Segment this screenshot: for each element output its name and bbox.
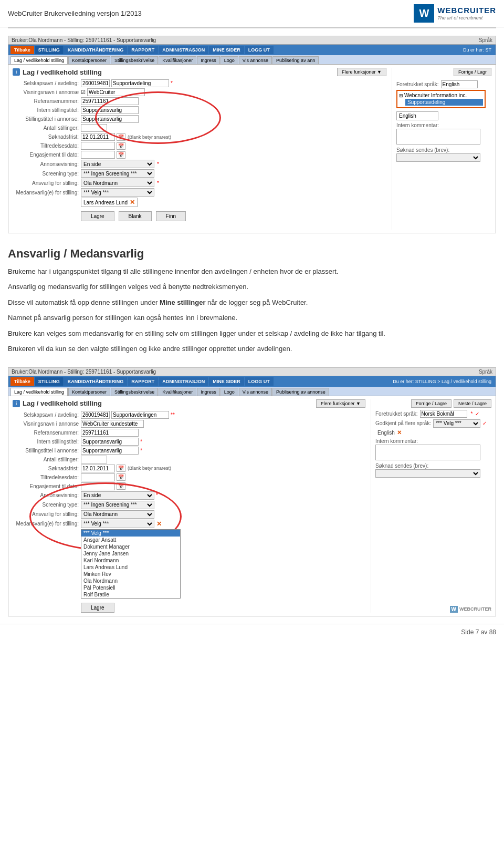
- tab-vis-annonse[interactable]: Vis annonse: [239, 56, 272, 64]
- s2-mehr-funksjoner-btn[interactable]: Flere funksjoner ▼: [316, 399, 365, 408]
- s2-screen-dropdown[interactable]: *** Ingen Screening ***: [81, 501, 154, 509]
- s1-soknad-val[interactable]: [81, 133, 115, 141]
- s2-tab-publisering[interactable]: Publisering av annonse: [272, 388, 329, 396]
- s2-selskaps-id[interactable]: [81, 411, 110, 419]
- s2-tab-kontaktpersoner[interactable]: Kontaktpersoner: [68, 388, 110, 396]
- s2-english-remove[interactable]: ✕: [397, 429, 402, 436]
- s1-finn-btn[interactable]: Finn: [156, 211, 186, 221]
- s2-nav-admin[interactable]: ADMINISTRASJON: [159, 377, 208, 386]
- s2-nav-kandidat[interactable]: KANDIDATHÅNDTERING: [64, 377, 127, 386]
- s2-tab-ingress[interactable]: Ingress: [197, 388, 220, 396]
- s2-dropdown-pal[interactable]: Pål Potensiell: [81, 584, 180, 591]
- s2-ansvarlig-dropdown[interactable]: Ola Nordmann: [81, 510, 154, 519]
- calendar-icon[interactable]: 📅: [117, 133, 125, 141]
- s1-blank-btn[interactable]: Blank: [119, 211, 152, 221]
- popup-item-support[interactable]: Supportavdeling: [405, 99, 483, 106]
- popup-item-webcruiter[interactable]: Webcruiter Information inc.: [404, 92, 467, 98]
- s2-neste-btn[interactable]: Neste / Lagre: [454, 399, 491, 408]
- s1-visning-val[interactable]: [87, 88, 145, 96]
- s1-foretrukket-input[interactable]: [441, 80, 478, 88]
- s2-tab-kvalifikasjoner[interactable]: Kvalifikasjoner: [159, 388, 196, 396]
- s2-tab-vis-annonse[interactable]: Vis annonse: [239, 388, 272, 396]
- s2-soknad-brev-dropdown[interactable]: [375, 469, 480, 478]
- tab-ingress[interactable]: Ingress: [197, 56, 220, 64]
- s2-tiltr-val[interactable]: [81, 473, 115, 481]
- s2-dropdown-rolf[interactable]: Rolf Bratlie: [81, 591, 180, 598]
- s2-intern-val[interactable]: [81, 438, 139, 446]
- s1-medansvarlig-label: Medansvarlig(e) for stilling:: [13, 190, 81, 195]
- s2-calendar-icon2[interactable]: 📅: [117, 473, 125, 481]
- s2-calendar-icon[interactable]: 📅: [117, 465, 125, 472]
- nav-rapport[interactable]: RAPPORT: [128, 46, 158, 54]
- s2-medansvarlig-dropdown[interactable]: *** Velg ***: [81, 520, 154, 528]
- tab-stillingsbeskrivelse[interactable]: Stillingsbeskrivelse: [111, 56, 158, 64]
- tab-publisering[interactable]: Publisering av ann: [272, 56, 319, 64]
- s1-lagre-btn[interactable]: Lagre: [81, 211, 114, 221]
- s1-selskaps-val[interactable]: [111, 79, 169, 87]
- tab-kontaktpersoner[interactable]: Kontaktpersoner: [68, 56, 110, 64]
- s1-name-tag-remove[interactable]: ✕: [130, 199, 135, 206]
- nav-tilbake[interactable]: Tilbake: [10, 46, 34, 54]
- nav-logg-ut[interactable]: LOGG UT: [245, 46, 274, 54]
- s2-annon-dropdown[interactable]: En side: [81, 491, 154, 500]
- s2-dropdown-ola[interactable]: Ola Nordmann: [81, 578, 180, 584]
- tab-logo[interactable]: Logo: [220, 56, 238, 64]
- s1-medansvarlig-dropdown[interactable]: *** Velg ***: [81, 188, 154, 197]
- s2-soknad-val[interactable]: [81, 465, 115, 472]
- s2-eng-val[interactable]: [81, 482, 115, 490]
- s2-nav-stilling[interactable]: STILLING: [35, 377, 64, 386]
- s2-stilling-annonse-val[interactable]: [81, 447, 139, 455]
- nav-admin[interactable]: ADMINISTRASJON: [159, 46, 208, 54]
- s1-lang-english[interactable]: English: [397, 112, 438, 120]
- s2-tab-logo[interactable]: Logo: [220, 388, 238, 396]
- tab-kvalifikasjoner[interactable]: Kvalifikasjoner: [159, 56, 196, 64]
- s2-dropdown-minken[interactable]: Minken Rev: [81, 571, 180, 578]
- s2-dropdown-ansgar[interactable]: Ansgar Ansatt: [81, 537, 180, 543]
- calendar-icon3[interactable]: 📅: [117, 151, 125, 159]
- nav-mine-sider[interactable]: MINE SIDER: [209, 46, 244, 54]
- mehr-funksjoner-btn[interactable]: Flere funksjoner ▼: [337, 68, 386, 76]
- s2-tab-stillingsbeskrivelse[interactable]: Stillingsbeskrivelse: [111, 388, 158, 396]
- s1-selskaps-id[interactable]: [81, 79, 110, 87]
- s1-intern-val[interactable]: [81, 106, 139, 114]
- s1-soknad-brev-dropdown[interactable]: [396, 153, 480, 162]
- s2-nav-rapport[interactable]: RAPPORT: [128, 377, 158, 386]
- s2-english-text[interactable]: English: [377, 430, 395, 436]
- nav-kandidat[interactable]: KANDIDATHÅNDTERING: [64, 46, 127, 54]
- s2-ref-val[interactable]: [81, 429, 139, 437]
- s1-intern-kommentar-input[interactable]: [396, 129, 480, 145]
- main-heading: Ansvarlig / Medansvarlig: [8, 247, 496, 261]
- s1-screen-dropdown[interactable]: *** Ingen Screening ***: [81, 169, 154, 178]
- s2-dropdown-dokument[interactable]: Dokument Manager: [81, 543, 180, 550]
- s2-intern-kommentar-input[interactable]: [375, 445, 480, 460]
- s2-godkjent-dropdown[interactable]: *** Velg ***: [433, 419, 480, 428]
- s1-antall-val[interactable]: [81, 124, 107, 132]
- s2-medansvarlig-x[interactable]: ✕: [156, 520, 162, 528]
- s2-lagre-btn[interactable]: Lagre: [81, 603, 114, 613]
- s2-nav-logg-ut[interactable]: LOGG UT: [245, 377, 274, 386]
- s2-foretrukket-input[interactable]: [420, 410, 467, 418]
- calendar-icon2[interactable]: 📅: [117, 142, 125, 150]
- s1-ref-val[interactable]: [81, 97, 139, 105]
- s1-ansvarlig-dropdown[interactable]: Ola Nordmann: [81, 179, 154, 187]
- s1-tiltr-val[interactable]: [81, 142, 115, 150]
- s2-forrige-btn[interactable]: Forrige / Lagre: [411, 399, 452, 408]
- s1-annon-dropdown[interactable]: En side: [81, 160, 154, 168]
- s2-selskaps-val[interactable]: [111, 411, 169, 419]
- nav-stilling[interactable]: STILLING: [35, 46, 64, 54]
- s2-dropdown-jenny[interactable]: Jenny Jane Jansen: [81, 550, 180, 557]
- s1-forrige-btn[interactable]: Forrige / Lagr: [454, 68, 491, 76]
- s1-stilling-annonse-val[interactable]: [81, 115, 139, 123]
- s2-visning-val[interactable]: [81, 420, 144, 428]
- s2-dropdown-velg[interactable]: *** Velg ***: [81, 530, 180, 537]
- tab-lag-vedlikehold[interactable]: Lag / vedlikehold stilling: [10, 56, 68, 64]
- s2-nav-mine-sider[interactable]: MINE SIDER: [209, 377, 244, 386]
- s2-calendar-icon3[interactable]: 📅: [117, 482, 125, 490]
- s2-tab-lag-vedlikehold[interactable]: Lag / vedlikehold stilling: [10, 388, 68, 396]
- s1-eng-val[interactable]: [81, 151, 115, 159]
- s2-antall-val[interactable]: [81, 456, 107, 463]
- s1-annon-label: Annonsevisning:: [13, 161, 81, 167]
- s2-nav-tilbake[interactable]: Tilbake: [10, 377, 34, 386]
- s2-dropdown-karl[interactable]: Karl Nordmann: [81, 557, 180, 564]
- s2-dropdown-lars[interactable]: Lars Andreas Lund: [81, 564, 180, 571]
